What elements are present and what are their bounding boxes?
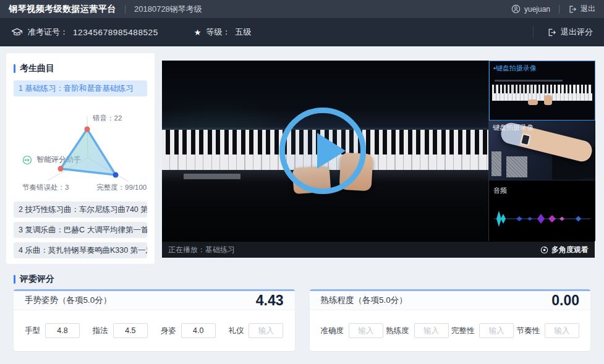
score-card-gesture-fields: 手型 指法 身姿 礼仪 <box>14 310 295 351</box>
star-icon: ★ <box>194 28 202 37</box>
field-posture-label: 身姿 <box>161 326 176 336</box>
field-accuracy-label: 准确度 <box>321 326 344 336</box>
app-title: 钢琴视频考级数据运营平台 <box>9 4 116 15</box>
playlist-header: 考生曲目 <box>14 63 54 74</box>
section-accent-bar <box>14 64 15 73</box>
playlist-item-3[interactable]: 3 复调乐曲：巴赫C 大调平均律第一首前奏曲 <box>14 222 147 238</box>
audio-label: 音频 <box>493 186 507 195</box>
scoring-cards: 手势姿势（各项5.0分） 4.43 手型 指法 身姿 礼仪 熟练程度（各项 <box>14 289 590 351</box>
field-completeness: 完整性 <box>451 323 514 338</box>
playlist-item-4[interactable]: 4 乐曲：莫扎特钢琴奏鸣曲K330 第一乐章 <box>14 242 147 258</box>
field-rhythm: 节奏性 <box>516 323 579 338</box>
video-status-bar: 正在播放：基础练习 多角度观看 <box>162 241 595 258</box>
judge-scoring-header: 评委评分 <box>14 274 54 285</box>
field-completeness-label: 完整性 <box>451 326 475 336</box>
level-group: ★ 等级： 五级 <box>194 27 252 38</box>
field-rhythm-input[interactable] <box>545 323 579 338</box>
play-icon <box>317 133 346 169</box>
score-card-proficiency: 熟练程度（各项5.0分） 0.00 准确度 熟练度 完整性 节奏性 <box>310 289 591 351</box>
section-accent-bar-2 <box>14 275 15 284</box>
thumbnail-keyboard-top-view[interactable]: •键盘拍摄录像 <box>489 61 595 121</box>
audio-waveform <box>493 206 592 231</box>
multi-angle-label: 多角度观看 <box>551 245 589 255</box>
ticket-number: 12345678985488525 <box>73 28 158 37</box>
playlist-item-1[interactable]: 1 基础练习：音阶和琶音基础练习 <box>14 80 147 96</box>
now-playing: 正在播放：基础练习 <box>168 245 235 255</box>
radar-chart <box>14 112 147 184</box>
field-posture: 身姿 <box>161 323 216 338</box>
angle-thumbnails-column: •键盘拍摄录像 键盘拍摄录像 音频 <box>488 61 595 241</box>
exit-scoring-button[interactable]: 退出评分 <box>547 27 593 38</box>
radar-axis-rhythm-errors: 节奏错误处：3 <box>22 183 69 192</box>
score-card-gesture-title: 手势姿势（各项5.0分） <box>25 295 111 306</box>
candidate-playlist-panel: 考生曲目 1 基础练习：音阶和琶音基础练习 智能评分助手 错音： <box>6 53 155 264</box>
subbar-divider <box>533 27 534 38</box>
header-divider-2 <box>559 5 559 14</box>
main-video-view[interactable] <box>162 61 488 241</box>
field-proficiency-label: 熟练度 <box>386 326 409 336</box>
header-divider <box>125 5 125 14</box>
score-card-proficiency-header: 熟练程度（各项5.0分） 0.00 <box>310 291 591 310</box>
thumbnail-keyboard-side-view[interactable]: 键盘拍摄录像 <box>489 121 595 180</box>
field-etiquette: 礼仪 <box>228 323 283 338</box>
level-label: 等级： <box>206 27 231 38</box>
score-card-proficiency-fields: 准确度 熟练度 完整性 节奏性 <box>310 310 591 351</box>
exam-info-bar: 准考证号： 12345678985488525 ★ 等级： 五级 退出评分 <box>0 18 604 46</box>
radar-axis-wrong-notes: 错音：22 <box>93 114 122 123</box>
piano-label-strip <box>184 174 240 179</box>
play-button[interactable] <box>279 108 366 194</box>
score-card-proficiency-title: 熟练程度（各项5.0分） <box>321 295 407 306</box>
field-accuracy-input[interactable] <box>349 323 383 338</box>
field-etiquette-input[interactable] <box>249 323 283 338</box>
logout-button[interactable]: 退出 <box>568 4 595 14</box>
field-posture-input[interactable] <box>181 323 216 338</box>
thumb2-texture-block-2 <box>506 156 527 177</box>
radar-axis-completeness: 完整度：99/100 <box>96 183 147 192</box>
user-menu[interactable]: yuejuan <box>511 4 550 14</box>
exit-scoring-icon <box>547 28 556 37</box>
graduation-cap-icon <box>11 27 23 38</box>
field-etiquette-label: 礼仪 <box>228 326 244 336</box>
field-proficiency: 熟练度 <box>386 323 449 338</box>
logout-label: 退出 <box>581 4 595 14</box>
app-header: 钢琴视频考级数据运营平台 20180728钢琴考级 yuejuan 退出 <box>0 0 604 18</box>
thumb1-black-keys <box>492 85 592 93</box>
field-fingering-input[interactable] <box>113 323 148 338</box>
field-completeness-input[interactable] <box>479 323 514 338</box>
multi-angle-icon <box>540 246 548 254</box>
exit-scoring-label: 退出评分 <box>561 27 593 38</box>
field-fingering: 指法 <box>93 323 148 338</box>
level-value: 五级 <box>236 27 252 38</box>
playlist-header-label: 考生曲目 <box>20 63 54 74</box>
field-accuracy: 准确度 <box>321 323 384 338</box>
video-player: •键盘拍摄录像 键盘拍摄录像 音频 <box>162 61 595 258</box>
thumb2-texture-block-1 <box>491 151 501 176</box>
audio-section[interactable]: 音频 <box>489 180 595 241</box>
user-icon <box>511 4 521 14</box>
thumb1-music-stand <box>495 80 563 82</box>
session-title: 20180728钢琴考级 <box>134 4 202 15</box>
ticket-label: 准考证号： <box>28 27 68 38</box>
thumb1-hand-left <box>528 99 538 105</box>
score-card-gesture: 手势姿势（各项5.0分） 4.43 手型 指法 身姿 礼仪 <box>14 289 295 351</box>
field-hand-shape-label: 手型 <box>25 326 40 336</box>
score-card-gesture-header: 手势姿势（各项5.0分） 4.43 <box>14 291 295 310</box>
logout-icon <box>568 5 577 14</box>
multi-angle-button[interactable]: 多角度观看 <box>540 245 589 255</box>
score-card-proficiency-total: 0.00 <box>551 292 579 309</box>
field-hand-shape: 手型 <box>25 323 80 338</box>
field-hand-shape-input[interactable] <box>45 323 80 338</box>
field-rhythm-label: 节奏性 <box>516 326 540 336</box>
score-card-gesture-total: 4.43 <box>256 292 284 309</box>
ticket-group: 准考证号： 12345678985488525 <box>11 27 158 38</box>
thumb1-hand-right <box>544 95 552 105</box>
field-fingering-label: 指法 <box>93 326 108 336</box>
thumbnail1-label: •键盘拍摄录像 <box>493 64 537 73</box>
judge-scoring-label: 评委评分 <box>20 274 54 285</box>
username-label: yuejuan <box>524 5 550 14</box>
playlist-item-2[interactable]: 2 技巧性练习曲：车尔尼练习曲740 第一首 <box>14 201 147 218</box>
field-proficiency-input[interactable] <box>414 323 449 338</box>
thumbnail2-label: 键盘拍摄录像 <box>493 123 534 132</box>
